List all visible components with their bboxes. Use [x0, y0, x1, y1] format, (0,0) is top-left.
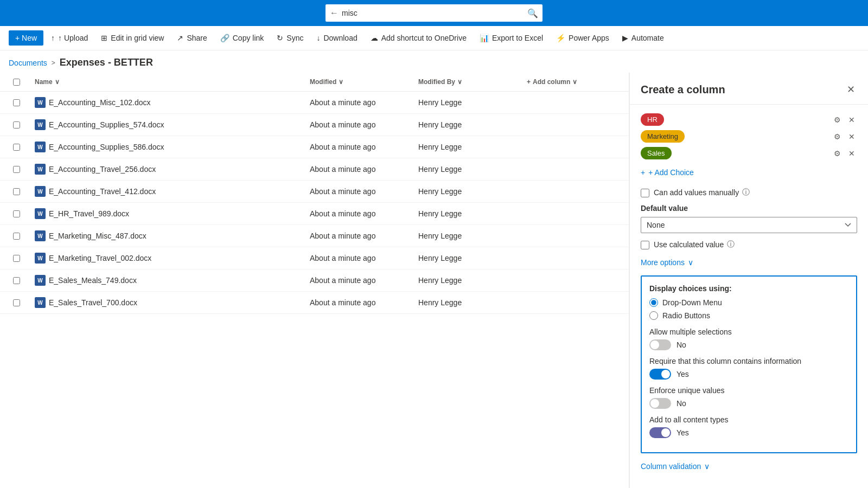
upload-button[interactable]: ↑ ↑ Upload [46, 30, 93, 46]
radio-radio-buttons-input[interactable] [649, 311, 658, 320]
chip-marketing-actions: ⚙ ✕ [832, 131, 857, 142]
add-choice-button[interactable]: + + Add Choice [641, 166, 694, 179]
row-checkbox[interactable] [13, 121, 20, 129]
chip-marketing-settings[interactable]: ⚙ [832, 131, 843, 142]
add-shortcut-button[interactable]: ☁ Add shortcut to OneDrive [365, 30, 472, 46]
enforce-unique-label: Enforce unique values [649, 386, 848, 395]
chip-marketing-remove[interactable]: ✕ [846, 131, 857, 142]
allow-multiple-toggle[interactable] [649, 339, 671, 350]
row-name: E_Marketing_Misc_487.docx [49, 232, 146, 240]
add-choice-icon: + [641, 168, 645, 177]
row-checkbox[interactable] [13, 255, 20, 262]
row-modified: About a minute ago [310, 120, 375, 129]
row-checkbox[interactable] [13, 233, 20, 240]
row-checkbox[interactable] [13, 99, 20, 106]
upload-label: ↑ Upload [58, 34, 88, 42]
row-name-cell: W E_Sales_Meals_749.docx [30, 269, 305, 291]
use-calculated-checkbox[interactable] [641, 241, 649, 249]
row-name-cell: W E_Accounting_Misc_102.docx [30, 92, 305, 113]
enforce-unique-toggle-row: No [649, 398, 848, 409]
radio-dropdown[interactable]: Drop-Down Menu [649, 298, 848, 307]
add-content-types-toggle[interactable] [649, 427, 671, 438]
table-row[interactable]: W E_HR_Travel_989.docx About a minute ag… [0, 203, 629, 225]
export-excel-label: Export to Excel [492, 34, 543, 42]
require-info-toggle[interactable] [649, 369, 671, 380]
more-options-button[interactable]: More options ∨ [641, 256, 693, 269]
col-header-modified-by[interactable]: Modified By ∨ [414, 73, 522, 91]
col-header-modified[interactable]: Modified ∨ [305, 73, 414, 91]
row-checkbox-cell [9, 92, 30, 113]
row-modified-cell: About a minute ago [305, 158, 414, 180]
row-checkbox[interactable] [13, 210, 20, 217]
default-value-label: Default value [641, 204, 857, 213]
column-validation-button[interactable]: Column validation ∨ [641, 460, 710, 473]
search-box[interactable]: ← 🔍 [326, 4, 542, 22]
copy-link-label: Copy link [233, 34, 264, 42]
add-shortcut-label: Add shortcut to OneDrive [381, 34, 467, 42]
automate-button[interactable]: ▶ Automate [617, 30, 669, 46]
radio-dropdown-input[interactable] [649, 298, 658, 307]
modified-col-label: Modified [310, 78, 336, 86]
excel-icon: 📊 [480, 34, 489, 42]
panel-close-button[interactable]: ✕ [845, 81, 857, 98]
chip-hr-remove[interactable]: ✕ [846, 114, 857, 125]
row-checkbox-cell [9, 269, 30, 291]
table-row[interactable]: W E_Sales_Travel_700.docx About a minute… [0, 292, 629, 314]
table-row[interactable]: W E_Accounting_Supplies_574.docx About a… [0, 114, 629, 136]
power-apps-icon: ⚡ [556, 34, 565, 42]
upload-icon: ↑ [51, 34, 55, 42]
row-modified-cell: About a minute ago [305, 203, 414, 224]
search-button[interactable]: 🔍 [527, 8, 538, 18]
grid-icon: ⊞ [101, 34, 107, 42]
require-info-value: Yes [676, 370, 689, 378]
row-checkbox[interactable] [13, 188, 20, 195]
row-checkbox[interactable] [13, 166, 20, 173]
table-row[interactable]: W E_Accounting_Misc_102.docx About a min… [0, 92, 629, 114]
chip-sales-settings[interactable]: ⚙ [832, 148, 843, 159]
column-validation-label: Column validation [641, 462, 701, 471]
word-icon: W [35, 119, 46, 130]
table-row[interactable]: W E_Marketing_Misc_487.docx About a minu… [0, 225, 629, 247]
radio-radio-buttons[interactable]: Radio Buttons [649, 311, 848, 320]
table-row[interactable]: W E_Accounting_Supplies_586.docx About a… [0, 136, 629, 158]
col-header-add-column[interactable]: + Add column ∨ [522, 73, 620, 91]
display-choices-title: Display choices using: [649, 284, 848, 293]
chip-hr-tag[interactable]: HR [641, 113, 664, 126]
col-header-checkbox[interactable] [9, 73, 30, 91]
table-row[interactable]: W E_Marketing_Travel_002.docx About a mi… [0, 247, 629, 269]
breadcrumb-parent[interactable]: Documents [9, 59, 47, 67]
chip-sales-remove[interactable]: ✕ [846, 148, 857, 159]
power-apps-button[interactable]: ⚡ Power Apps [551, 30, 615, 46]
chip-sales-actions: ⚙ ✕ [832, 148, 857, 159]
export-excel-button[interactable]: 📊 Export to Excel [474, 30, 548, 46]
table-row[interactable]: W E_Accounting_Travel_256.docx About a m… [0, 158, 629, 181]
table-row[interactable]: W E_Sales_Meals_749.docx About a minute … [0, 269, 629, 292]
edit-grid-button[interactable]: ⊞ Edit in grid view [95, 30, 169, 46]
chip-hr-settings[interactable]: ⚙ [832, 114, 843, 125]
new-button[interactable]: + New [9, 30, 43, 46]
row-modified: About a minute ago [310, 98, 375, 107]
row-checkbox[interactable] [13, 299, 20, 306]
copy-link-button[interactable]: 🔗 Copy link [215, 30, 270, 46]
chip-marketing-tag[interactable]: Marketing [641, 130, 685, 143]
col-header-name[interactable]: Name ∨ [30, 73, 305, 91]
row-modified-by: Henry Legge [418, 232, 462, 240]
row-empty-cell [522, 247, 620, 269]
search-input[interactable] [342, 9, 527, 17]
row-checkbox[interactable] [13, 277, 20, 284]
download-button[interactable]: ↓ Download [311, 30, 362, 46]
can-add-values-checkbox[interactable] [641, 189, 649, 197]
back-arrow-icon[interactable]: ← [330, 8, 339, 18]
allow-multiple-section: Allow multiple selections No [649, 328, 848, 350]
enforce-unique-toggle[interactable] [649, 398, 671, 409]
select-all-checkbox[interactable] [13, 79, 20, 86]
row-modified-by-cell: Henry Legge [414, 247, 522, 269]
row-checkbox[interactable] [13, 144, 20, 151]
table-row[interactable]: W E_Accounting_Travel_412.docx About a m… [0, 181, 629, 203]
chip-sales-tag[interactable]: Sales [641, 147, 672, 159]
default-value-select[interactable]: None [641, 217, 857, 233]
sync-button[interactable]: ↻ Sync [271, 30, 309, 46]
row-modified: About a minute ago [310, 165, 375, 174]
share-button[interactable]: ↗ Share [171, 30, 212, 46]
row-empty-cell [522, 114, 620, 136]
